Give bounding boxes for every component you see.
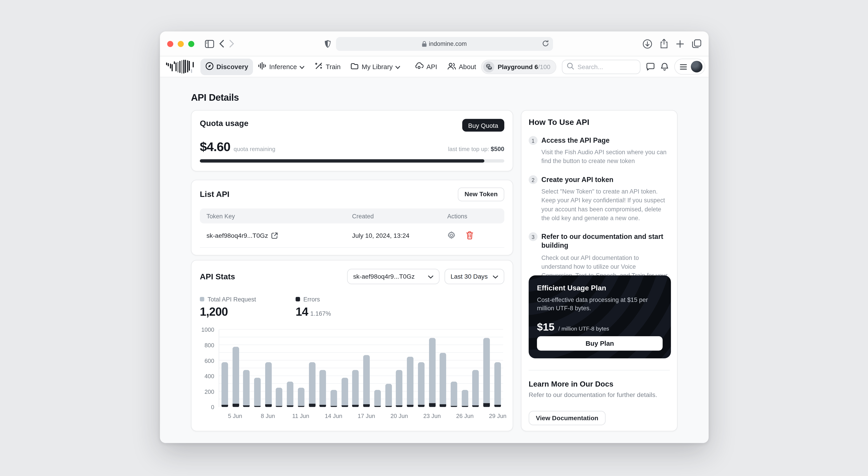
plan-title: Efficient Usage Plan xyxy=(537,283,663,292)
y-tick-label: 600 xyxy=(205,357,214,364)
buy-plan-button[interactable]: Buy Plan xyxy=(537,336,663,351)
y-tick-label: 200 xyxy=(205,388,214,395)
chart-bar xyxy=(494,362,501,407)
bar-errors-segment xyxy=(309,404,315,407)
nav-label: API xyxy=(427,63,437,70)
date-range-dropdown[interactable]: Last 30 Days xyxy=(444,269,504,284)
feedback-chat-icon[interactable] xyxy=(646,63,655,71)
nav-item-inference[interactable]: Inference xyxy=(253,59,310,75)
last-topup: last time top up: $500 xyxy=(448,145,504,152)
forward-button-icon[interactable] xyxy=(229,40,234,47)
list-api-title: List API xyxy=(200,190,229,199)
nav-item-discovery[interactable]: Discovery xyxy=(200,58,253,75)
downloads-icon[interactable] xyxy=(643,39,652,48)
sidebar-toggle-icon[interactable] xyxy=(205,39,214,48)
coins-icon xyxy=(483,61,494,72)
search-box[interactable] xyxy=(562,59,641,74)
new-tab-icon[interactable] xyxy=(676,39,684,48)
url-bar[interactable]: indomine.com xyxy=(336,37,553,50)
step-2: 2 Create your API token Select "New Toke… xyxy=(529,175,670,223)
token-delete-trash-icon[interactable] xyxy=(466,231,473,240)
traffic-lights xyxy=(167,41,194,47)
share-icon[interactable] xyxy=(660,39,668,48)
token-select-dropdown[interactable]: sk-aef98oq4r9...T0Gz xyxy=(347,269,439,284)
bar-requests-segment xyxy=(363,355,370,404)
bar-errors-segment xyxy=(396,405,403,407)
chart-bar xyxy=(320,370,326,407)
playground-credits-pill[interactable]: Playground 6/100 xyxy=(481,59,557,74)
nav-item-about[interactable]: About xyxy=(442,59,481,74)
page-title: API Details xyxy=(191,92,239,103)
bar-errors-segment xyxy=(462,406,468,407)
new-token-button[interactable]: New Token xyxy=(458,187,504,201)
quota-usage-card: Quota usage Buy Quota $4.60 quota remain… xyxy=(191,110,513,171)
chart-bar xyxy=(265,362,272,407)
nav-item-train[interactable]: Train xyxy=(310,58,346,75)
bar-requests-segment xyxy=(418,362,424,405)
hamburger-menu-icon xyxy=(680,62,687,72)
search-input[interactable] xyxy=(578,63,636,70)
nav-item-api[interactable]: API xyxy=(410,59,442,75)
x-tick-label: 5 Jun xyxy=(228,413,242,419)
bar-requests-segment xyxy=(232,347,239,404)
token-key-text: sk-aef98oq4r9...T0Gz xyxy=(206,232,268,238)
nav-item-my-library[interactable]: My Library xyxy=(346,59,405,74)
browser-window: indomine.com xyxy=(160,32,709,443)
privacy-shield-icon[interactable] xyxy=(324,39,331,48)
account-menu[interactable] xyxy=(675,59,706,75)
refresh-icon[interactable] xyxy=(541,39,549,48)
navbar-right: Playground 6/100 xyxy=(481,59,705,75)
errors-pct: 1.167% xyxy=(310,310,331,317)
minimize-window-button[interactable] xyxy=(178,41,184,47)
external-link-icon[interactable] xyxy=(272,232,278,238)
token-select-value: sk-aef98oq4r9...T0Gz xyxy=(353,273,414,280)
buy-quota-button[interactable]: Buy Quota xyxy=(462,119,504,132)
back-button-icon[interactable] xyxy=(219,40,224,47)
browser-chrome: indomine.com xyxy=(160,32,709,57)
nav-label: About xyxy=(459,63,476,70)
bar-errors-segment xyxy=(494,405,501,407)
tab-overview-icon[interactable] xyxy=(692,39,702,48)
bar-errors-segment xyxy=(243,405,250,407)
bar-requests-segment xyxy=(221,362,228,405)
bar-errors-segment xyxy=(385,406,392,407)
zoom-window-button[interactable] xyxy=(188,41,194,47)
compass-icon xyxy=(206,62,214,72)
chart-bars xyxy=(219,330,503,407)
date-range-value: Last 30 Days xyxy=(451,273,488,280)
bar-requests-segment xyxy=(265,362,272,404)
folder-icon xyxy=(350,62,359,71)
view-documentation-button[interactable]: View Documentation xyxy=(529,411,606,426)
bar-errors-segment xyxy=(298,406,304,407)
step-title: Refer to our documentation and start bui… xyxy=(541,232,669,250)
token-settings-gear-icon[interactable] xyxy=(447,231,456,240)
legend-total-requests: Total API Request 1,200 xyxy=(200,296,296,318)
step-number-badge: 2 xyxy=(529,175,537,184)
close-window-button[interactable] xyxy=(167,41,174,47)
notifications-bell-icon[interactable] xyxy=(660,62,669,71)
bar-requests-segment xyxy=(352,370,359,405)
x-tick-label: 17 Jun xyxy=(358,413,375,419)
chart-bar xyxy=(254,378,260,407)
bar-errors-segment xyxy=(287,405,293,407)
bar-errors-segment xyxy=(331,406,337,407)
cloud-gear-icon xyxy=(415,62,424,71)
step-number-badge: 3 xyxy=(529,232,537,241)
chevron-down-icon xyxy=(428,273,433,280)
nav-label: Train xyxy=(326,63,341,70)
chart-bar xyxy=(232,347,239,407)
screen: indomine.com xyxy=(0,0,868,476)
bar-errors-segment xyxy=(363,404,370,407)
bar-errors-segment xyxy=(221,405,228,407)
bar-errors-segment xyxy=(276,406,283,407)
chart-bar xyxy=(352,370,359,407)
fish-audio-logo[interactable] xyxy=(166,59,194,74)
bar-errors-segment xyxy=(429,403,435,407)
chart-bar xyxy=(483,338,490,407)
site-navbar: Discovery Inference Train xyxy=(160,57,709,77)
bar-errors-segment xyxy=(483,403,490,407)
plan-price: $15 xyxy=(537,321,555,333)
nav-label: My Library xyxy=(362,63,393,70)
x-tick-label: 14 Jun xyxy=(325,413,342,419)
bar-requests-segment xyxy=(385,384,392,406)
